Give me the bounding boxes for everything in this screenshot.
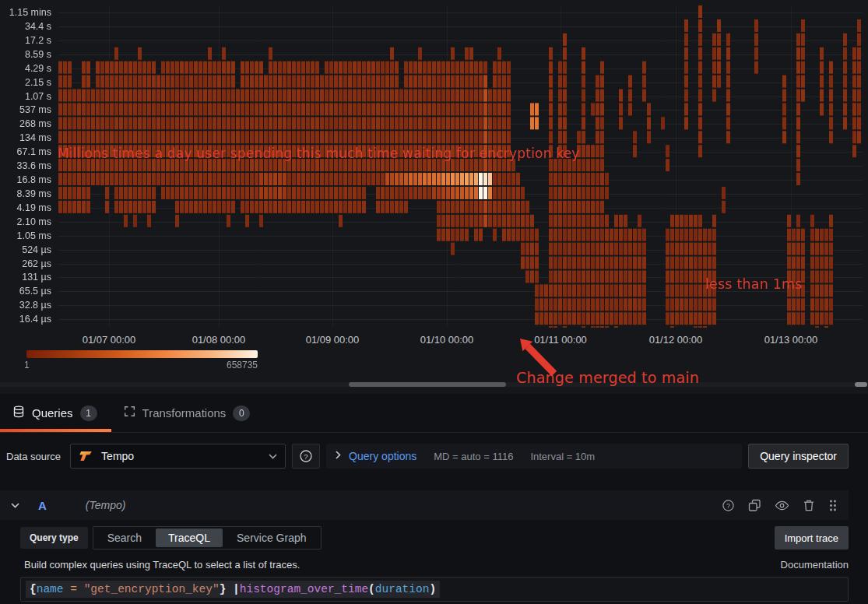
scrollbar-corner[interactable] [855, 382, 867, 387]
query-type-radio-group: SearchTraceQLService Graph [93, 526, 322, 550]
y-tick-label: 1.15 mins [0, 6, 51, 19]
y-tick-label: 4.29 s [0, 62, 51, 75]
heatmap-color-legend [26, 350, 258, 358]
y-tick-label: 65.5 µs [0, 285, 51, 297]
legend-max-value: 658735 [211, 360, 258, 370]
x-tick-label: 01/13 00:00 [748, 334, 834, 346]
interval-summary: Interval = 10m [530, 451, 595, 462]
y-tick-label: 2.10 ms [0, 216, 51, 228]
y-tick-label: 32.8 µs [0, 299, 51, 311]
query-help-icon[interactable]: ? [722, 499, 735, 512]
query-row-header[interactable]: A (Tempo) ? [0, 490, 849, 520]
y-tick-label: 134 ms [0, 132, 51, 144]
tab-queries-label: Queries [32, 406, 73, 420]
y-tick-label: 16.8 ms [0, 174, 51, 186]
tab-transformations-label: Transformations [142, 406, 227, 420]
datasource-picker[interactable]: Tempo [70, 444, 286, 469]
y-tick-label: 131 µs [0, 271, 51, 283]
import-trace-button[interactable]: Import trace [775, 526, 849, 550]
horizontal-scrollbar-thumb[interactable] [349, 382, 506, 387]
y-tick-label: 537 ms [0, 104, 51, 116]
query-inspector-button[interactable]: Query inspector [748, 444, 849, 469]
duplicate-query-icon[interactable] [748, 499, 761, 512]
grafana-panel-editor: 1.15 mins34.4 s17.2 s8.59 s4.29 s2.15 s1… [0, 0, 868, 604]
datasource-help-button[interactable]: ? [292, 444, 320, 469]
datasource-row: Data source Tempo ? [6, 444, 849, 469]
svg-text:?: ? [304, 452, 307, 461]
query-datasource-hint: (Tempo) [86, 499, 126, 511]
heatmap-panel: 1.15 mins34.4 s17.2 s8.59 s4.29 s2.15 s1… [0, 0, 868, 394]
x-tick-label: 01/09 00:00 [290, 334, 375, 346]
editor-tabs: Queries 1 Transformations 0 [0, 394, 868, 433]
tempo-logo-icon [79, 448, 94, 464]
chevron-right-icon[interactable] [336, 451, 341, 462]
x-tick-label: 01/08 00:00 [176, 334, 262, 346]
query-type-label: Query type [20, 527, 88, 549]
query-type-option-traceql[interactable]: TraceQL [156, 528, 223, 547]
queries-count-badge: 1 [80, 406, 97, 421]
toggle-visibility-icon[interactable] [775, 500, 789, 511]
query-type-row: Query type SearchTraceQLService Graph Im… [20, 526, 849, 550]
traceql-query-text: {name = "get_encryption_key"} |histogram… [26, 581, 440, 598]
database-icon [12, 406, 25, 421]
y-tick-label: 34.4 s [0, 20, 51, 33]
y-tick-label: 16.4 µs [0, 313, 51, 325]
transformations-count-badge: 0 [233, 406, 250, 421]
documentation-link[interactable]: Documentation [781, 559, 849, 571]
query-editor-card: A (Tempo) ? [0, 490, 849, 602]
y-tick-label: 2.15 s [0, 76, 51, 89]
traceql-description: Build complex queries using TraceQL to s… [24, 559, 300, 571]
y-tick-label: 8.59 s [0, 48, 51, 61]
y-tick-label: 33.6 ms [0, 160, 51, 172]
svg-text:?: ? [726, 501, 730, 509]
x-tick-label: 01/07 00:00 [66, 334, 152, 346]
chevron-down-icon [269, 451, 277, 462]
datasource-selected-value: Tempo [101, 450, 262, 462]
delete-query-icon[interactable] [803, 499, 815, 512]
query-ref-id: A [38, 499, 47, 512]
max-data-points-summary: MD = auto = 1116 [434, 451, 513, 462]
transformations-icon [124, 406, 135, 420]
tab-transformations[interactable]: Transformations 0 [111, 394, 265, 432]
query-options-toggle[interactable]: Query options [349, 450, 416, 462]
x-tick-label: 01/12 00:00 [633, 334, 719, 346]
y-tick-label: 1.05 ms [0, 230, 51, 242]
annotation-millions: Millions times a day user spending this … [58, 146, 580, 161]
collapse-chevron-icon[interactable] [11, 500, 19, 511]
y-tick-label: 4.19 ms [0, 202, 51, 214]
query-editor-body: Query type SearchTraceQLService Graph Im… [0, 526, 849, 602]
y-tick-label: 524 µs [0, 244, 51, 256]
query-type-option-search[interactable]: Search [95, 528, 154, 547]
y-tick-label: 262 µs [0, 258, 51, 270]
datasource-label: Data source [6, 451, 64, 462]
traceql-description-row: Build complex queries using TraceQL to s… [20, 559, 849, 571]
x-tick-label: 01/11 00:00 [518, 334, 603, 346]
legend-min-value: 1 [24, 360, 30, 370]
help-circle-icon: ? [299, 449, 313, 463]
y-tick-label: 1.07 s [0, 90, 51, 103]
x-tick-label: 01/10 00:00 [404, 334, 490, 346]
y-tick-label: 268 ms [0, 118, 51, 130]
y-tick-label: 8.39 ms [0, 188, 51, 200]
tab-queries[interactable]: Queries 1 [0, 394, 111, 432]
query-options-bar: Query options MD = auto = 1116 Interval … [326, 444, 742, 469]
y-tick-label: 67.1 ms [0, 146, 51, 158]
traceql-query-editor[interactable]: {name = "get_encryption_key"} |histogram… [20, 577, 849, 602]
query-type-option-service-graph[interactable]: Service Graph [224, 528, 318, 547]
annotation-less-than-1ms: less than 1ms [705, 276, 803, 292]
y-tick-label: 17.2 s [0, 34, 51, 47]
query-row-actions: ? [722, 499, 838, 512]
drag-handle-icon[interactable] [828, 499, 838, 512]
